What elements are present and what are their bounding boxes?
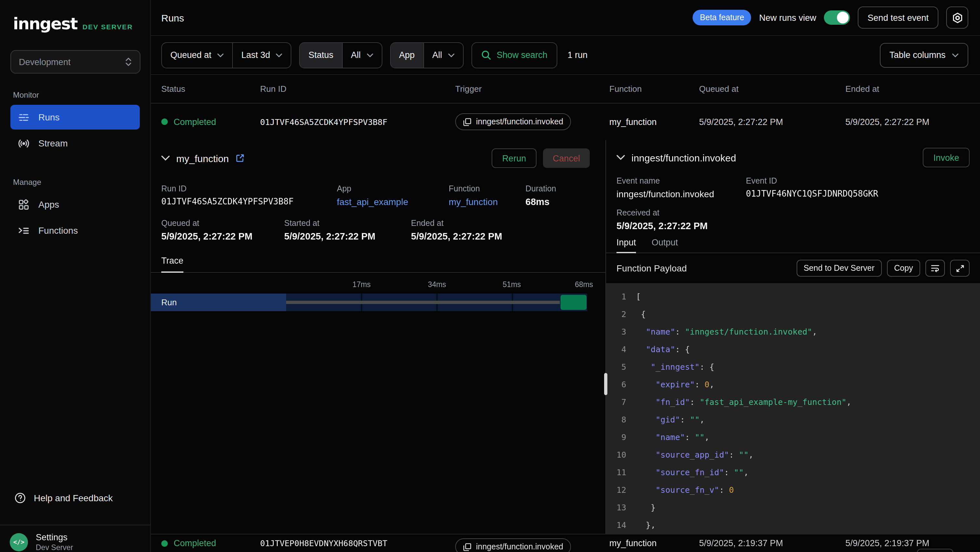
event-name-value: inngest/function.invoked	[616, 189, 746, 199]
trigger-pill[interactable]: inngest/function.invoked	[455, 113, 571, 130]
field-event-id: Event ID 01JTVF46NYC1QSFJDNRDQ58GKR	[746, 176, 970, 199]
word-wrap-button[interactable]	[925, 260, 945, 277]
tick-68ms: 68ms	[575, 281, 593, 288]
code-text: "name": "",	[636, 432, 710, 442]
help-and-feedback[interactable]: Help and Feedback	[10, 488, 117, 508]
run-function: my_function	[609, 538, 699, 548]
function-link[interactable]: my_function	[449, 196, 525, 207]
field-duration: Duration 68ms	[525, 184, 590, 207]
line-number: 9	[611, 432, 626, 442]
sidebar-section-monitor: Monitor	[13, 91, 150, 100]
send-to-dev-server-button[interactable]: Send to Dev Server	[796, 260, 881, 277]
trigger-pill[interactable]: inngest/function.invoked	[455, 538, 571, 552]
line-number: 11	[611, 467, 626, 477]
status-dot-completed	[161, 118, 168, 125]
logo-dev-server-label: DEV SERVER	[83, 23, 133, 30]
run-row[interactable]: Completed 01JTVF46SA5ZCDK4YPFSPV3B8F inn…	[151, 104, 980, 140]
search-icon	[481, 50, 491, 60]
run-detail-fields-row2: Queued at 5/9/2025, 2:27:22 PM Started a…	[161, 219, 590, 241]
collapse-chevron-icon[interactable]	[161, 156, 170, 161]
expand-button[interactable]	[950, 260, 970, 277]
payload-actions: Send to Dev Server Copy	[796, 260, 970, 277]
time-range-dropdown[interactable]: Last 3d	[232, 43, 291, 67]
dev-server-avatar: </>	[10, 533, 28, 551]
run-row[interactable]: Completed 01JTVEP0H8EVDNYXH68QRSTVBT inn…	[151, 534, 980, 552]
chevron-down-icon	[276, 53, 283, 57]
select-chevrons-icon	[125, 57, 132, 66]
sidebar-item-runs[interactable]: Runs	[10, 105, 140, 129]
time-range-value: Last 3d	[241, 50, 270, 60]
event-io-tabs: Input Output	[606, 238, 980, 253]
line-number: 1	[611, 292, 626, 302]
app-link[interactable]: fast_api_example	[337, 196, 449, 207]
top-bar: Runs Beta feature New runs view Send tes…	[151, 0, 980, 36]
payload-code-editor[interactable]: 1[2 {3 "name": "inngest/function.invoked…	[606, 283, 980, 534]
expand-icon	[956, 264, 964, 273]
run-detail-split: my_function Rerun Cancel Run ID 01JTVF46…	[151, 140, 980, 534]
trace-row-label: Run	[151, 294, 286, 311]
settings-nut-icon	[952, 12, 963, 23]
invoke-button[interactable]: Invoke	[923, 148, 970, 167]
app-filter-dropdown[interactable]: All	[423, 43, 463, 67]
run-status: Completed	[173, 117, 216, 127]
settings-button[interactable]	[946, 6, 968, 29]
pane-resize-handle[interactable]	[604, 373, 608, 395]
field-event-name: Event name inngest/function.invoked	[616, 176, 746, 199]
rerun-button[interactable]: Rerun	[492, 148, 536, 168]
line-number: 6	[611, 380, 626, 389]
tab-input[interactable]: Input	[616, 238, 636, 253]
tab-output[interactable]: Output	[652, 238, 678, 253]
tick-17ms: 17ms	[352, 281, 371, 288]
run-detail-fields-row1: Run ID 01JTVF46SA5ZCDK4YPFSPV3B8F App fa…	[161, 184, 590, 207]
new-runs-view-toggle[interactable]	[824, 10, 850, 25]
function-payload-title: Function Payload	[616, 263, 687, 273]
received-at-value: 5/9/2025, 2:27:22 PM	[616, 221, 970, 231]
status-filter-dropdown[interactable]: All	[342, 43, 382, 67]
code-text: "name": "inngest/function.invoked",	[636, 327, 817, 337]
run-status: Completed	[173, 538, 216, 548]
run-id: 01JTVEP0H8EVDNYXH68QRSTVBT	[260, 538, 455, 548]
code-line: 3 "name": "inngest/function.invoked",	[606, 323, 980, 340]
code-line: 6 "expire": 0,	[606, 376, 980, 393]
column-header-trigger: Trigger	[455, 84, 609, 94]
event-fields: Event name inngest/function.invoked Even…	[616, 176, 970, 199]
clipped-button[interactable]	[917, 549, 953, 552]
collapse-chevron-icon[interactable]	[616, 155, 625, 160]
send-test-event-button[interactable]: Send test event	[858, 6, 939, 29]
app-window: inngest DEV SERVER Development Monitor R…	[0, 0, 980, 552]
functions-icon	[18, 225, 29, 236]
trace-execution-span[interactable]	[560, 295, 587, 310]
trigger-cell: inngest/function.invoked	[455, 538, 609, 552]
trace-duration-line	[286, 301, 560, 304]
cancel-button[interactable]: Cancel	[543, 148, 590, 168]
beta-feature-badge: Beta feature	[693, 10, 751, 26]
run-count: 1 run	[568, 50, 588, 60]
sidebar-item-functions[interactable]: Functions	[10, 218, 140, 243]
external-link-icon[interactable]	[235, 154, 245, 163]
sidebar-item-label: Apps	[38, 199, 59, 210]
settings-footer[interactable]: </> Settings Dev Server	[0, 525, 150, 552]
sidebar-item-stream[interactable]: Stream	[10, 131, 140, 156]
trace-track	[286, 294, 587, 311]
table-columns-button[interactable]: Table columns	[880, 43, 968, 67]
event-copy-icon	[463, 542, 471, 551]
run-ended-at: 5/9/2025, 2:27:22 PM	[845, 117, 980, 127]
time-field-dropdown[interactable]: Queued at	[162, 43, 232, 67]
code-text: }	[636, 503, 655, 512]
run-detail-pane: my_function Rerun Cancel Run ID 01JTVF46…	[151, 140, 605, 534]
sidebar-item-apps[interactable]: Apps	[10, 192, 140, 217]
trace-row-run[interactable]: Run	[151, 294, 587, 311]
copy-button[interactable]: Copy	[887, 260, 920, 277]
code-line: 1[	[606, 288, 980, 305]
tab-trace[interactable]: Trace	[161, 256, 183, 273]
environment-select[interactable]: Development	[10, 50, 140, 73]
line-number: 2	[611, 309, 626, 319]
show-search-button[interactable]: Show search	[471, 42, 557, 68]
logo-wordmark: inngest	[13, 14, 77, 33]
help-and-feedback-label: Help and Feedback	[34, 493, 113, 503]
new-runs-view-label: New runs view	[759, 13, 816, 22]
column-header-ended-at: Ended at	[845, 84, 980, 94]
code-line: 8 "gid": "",	[606, 411, 980, 428]
status-filter-label: Status	[300, 43, 342, 67]
column-header-status: Status	[161, 84, 260, 94]
